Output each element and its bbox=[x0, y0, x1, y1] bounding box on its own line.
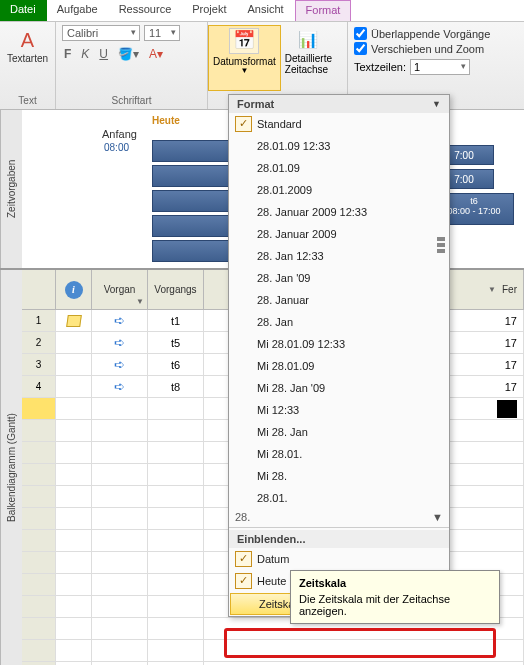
table-row[interactable] bbox=[22, 640, 524, 662]
info-icon: i bbox=[65, 281, 83, 299]
overlap-checkbox-row[interactable]: Überlappende Vorgänge bbox=[354, 27, 518, 40]
col-fer-label: Fer bbox=[502, 284, 517, 295]
datumsformat-button[interactable]: 📅 Datumsformat ▼ bbox=[208, 25, 281, 91]
anfang-time: 08:00 bbox=[104, 142, 129, 153]
tab-aufgabe[interactable]: Aufgabe bbox=[47, 0, 109, 21]
dd-item-dateformat[interactable]: Mi 28. bbox=[229, 465, 449, 487]
textzeilen-label: Textzeilen: bbox=[354, 61, 406, 73]
row-number[interactable]: 2 bbox=[22, 332, 56, 353]
italic-button[interactable]: K bbox=[79, 45, 91, 63]
dd-item-dateformat[interactable]: 28. Jan bbox=[229, 311, 449, 333]
tab-format[interactable]: Format bbox=[295, 0, 352, 21]
col-vorgan[interactable]: Vorgan ▼ bbox=[92, 270, 148, 309]
cell-name[interactable]: t1 bbox=[148, 310, 204, 331]
dd-item-dateformat[interactable]: 28. Jan '09 bbox=[229, 267, 449, 289]
dd-item-dateformat[interactable]: 28. Januar 2009 bbox=[229, 223, 449, 245]
underline-button[interactable]: U bbox=[97, 45, 110, 63]
detaillierte-zeitachse-button[interactable]: 📊 Detaillierte Zeitachse bbox=[281, 25, 336, 91]
dd-item-dateformat[interactable]: Mi 28. Jan bbox=[229, 421, 449, 443]
tab-projekt[interactable]: Projekt bbox=[182, 0, 237, 21]
chevron-down-icon: ▼ bbox=[432, 99, 441, 109]
cell-name[interactable]: t6 bbox=[148, 354, 204, 375]
selected-cell-marker bbox=[497, 400, 517, 418]
cell-info[interactable] bbox=[56, 354, 92, 375]
anfang-label: Anfang bbox=[102, 128, 137, 140]
textarten-icon: A bbox=[14, 27, 42, 53]
tab-ansicht[interactable]: Ansicht bbox=[238, 0, 295, 21]
col-rownum[interactable] bbox=[22, 270, 56, 309]
task-arrow-icon: ➪ bbox=[114, 379, 125, 394]
schriftart-group-label: Schriftart bbox=[62, 93, 201, 109]
dd-item-datum[interactable]: Datum bbox=[229, 548, 449, 570]
dd-item-dateformat[interactable]: Mi 28. Jan '09 bbox=[229, 377, 449, 399]
task-arrow-icon: ➪ bbox=[114, 313, 125, 328]
tab-ressource[interactable]: Ressource bbox=[109, 0, 183, 21]
cell-info[interactable] bbox=[56, 310, 92, 331]
verschieben-checkbox-row[interactable]: Verschieben und Zoom bbox=[354, 42, 518, 55]
row-number[interactable]: 1 bbox=[22, 310, 56, 331]
dropdown-scroll-handle[interactable] bbox=[437, 235, 447, 255]
ribbon-tabs: Datei Aufgabe Ressource Projekt Ansicht … bbox=[0, 0, 524, 22]
col-vname-label: Vorgangs bbox=[154, 284, 196, 295]
text-group-label: Text bbox=[6, 93, 49, 109]
dropdown-section-einblenden: Einblenden... bbox=[229, 530, 449, 548]
col-vorgan-label: Vorgan bbox=[104, 284, 136, 295]
dd-item-standard[interactable]: Standard bbox=[229, 113, 449, 135]
datumsformat-dropdown: Format ▼ Standard 28.01.09 12:33 28.01.0… bbox=[228, 94, 450, 617]
row-number[interactable]: 3 bbox=[22, 354, 56, 375]
dd-item-dateformat[interactable]: 28. Januar bbox=[229, 289, 449, 311]
calendar-icon: 📅 bbox=[229, 28, 259, 54]
col-vorgangsname[interactable]: Vorgangs bbox=[148, 270, 204, 309]
row-number-selected[interactable] bbox=[22, 398, 56, 419]
cell-vorgan[interactable]: ➪ bbox=[92, 354, 148, 375]
task-arrow-icon: ➪ bbox=[114, 335, 125, 350]
dd-item-dateformat[interactable]: 28. bbox=[235, 511, 250, 523]
verschieben-checkbox[interactable] bbox=[354, 42, 367, 55]
dd-item-dateformat[interactable]: 28.01.2009 bbox=[229, 179, 449, 201]
dd-item-dateformat[interactable]: 28. Jan 12:33 bbox=[229, 245, 449, 267]
note-icon bbox=[66, 315, 82, 327]
textzeilen-select[interactable]: 1 bbox=[410, 59, 470, 75]
cell-info[interactable] bbox=[56, 376, 92, 397]
dd-item-dateformat[interactable]: Mi 28.01.09 bbox=[229, 355, 449, 377]
row-number[interactable]: 4 bbox=[22, 376, 56, 397]
tooltip-body: Die Zeitskala mit der Zeitachse anzeigen… bbox=[299, 593, 491, 617]
dd-item-dateformat[interactable]: 28.01.09 bbox=[229, 157, 449, 179]
bold-button[interactable]: F bbox=[62, 45, 73, 63]
dropdown-title: Format ▼ bbox=[229, 95, 449, 113]
heute-marker: Heute bbox=[152, 115, 180, 126]
verschieben-label: Verschieben und Zoom bbox=[371, 43, 484, 55]
cell-vorgan[interactable] bbox=[92, 398, 148, 419]
dd-item-dateformat[interactable]: Mi 28.01. bbox=[229, 443, 449, 465]
cell-info[interactable] bbox=[56, 398, 92, 419]
chevron-down-icon: ▼ bbox=[136, 297, 144, 306]
cell-info[interactable] bbox=[56, 332, 92, 353]
font-size-select[interactable]: 11 bbox=[144, 25, 180, 41]
zeitskala-tooltip: Zeitskala Die Zeitskala mit der Zeitachs… bbox=[290, 570, 500, 624]
textarten-button[interactable]: A Textarten bbox=[6, 25, 49, 66]
dd-item-dateformat[interactable]: 28. Januar 2009 12:33 bbox=[229, 201, 449, 223]
col-info[interactable]: i bbox=[56, 270, 92, 309]
font-name-select[interactable]: Calibri bbox=[62, 25, 140, 41]
cell-vorgan[interactable]: ➪ bbox=[92, 332, 148, 353]
cell-name[interactable] bbox=[148, 398, 204, 419]
dd-item-dateformat[interactable]: 28.01. bbox=[229, 487, 449, 509]
dd-item-dateformat[interactable]: Mi 28.01.09 12:33 bbox=[229, 333, 449, 355]
timeline-side-label: Zeitvorgaben bbox=[0, 110, 22, 268]
cell-vorgan[interactable]: ➪ bbox=[92, 310, 148, 331]
font-color-button[interactable]: A▾ bbox=[147, 45, 165, 63]
dd-item-dateformat[interactable]: 28.01.09 12:33 bbox=[229, 135, 449, 157]
task-arrow-icon: ➪ bbox=[114, 357, 125, 372]
overlap-label: Überlappende Vorgänge bbox=[371, 28, 490, 40]
dd-item-dateformat[interactable]: Mi 12:33 bbox=[229, 399, 449, 421]
cell-name[interactable]: t8 bbox=[148, 376, 204, 397]
tooltip-title: Zeitskala bbox=[299, 577, 491, 589]
scroll-down-icon[interactable]: ▼ bbox=[432, 511, 443, 523]
cell-name[interactable]: t5 bbox=[148, 332, 204, 353]
tab-file[interactable]: Datei bbox=[0, 0, 47, 21]
fill-color-button[interactable]: 🪣▾ bbox=[116, 45, 141, 63]
chevron-down-icon: ▼ bbox=[488, 285, 496, 294]
timeline-icon: 📊 bbox=[293, 27, 323, 53]
cell-vorgan[interactable]: ➪ bbox=[92, 376, 148, 397]
overlap-checkbox[interactable] bbox=[354, 27, 367, 40]
